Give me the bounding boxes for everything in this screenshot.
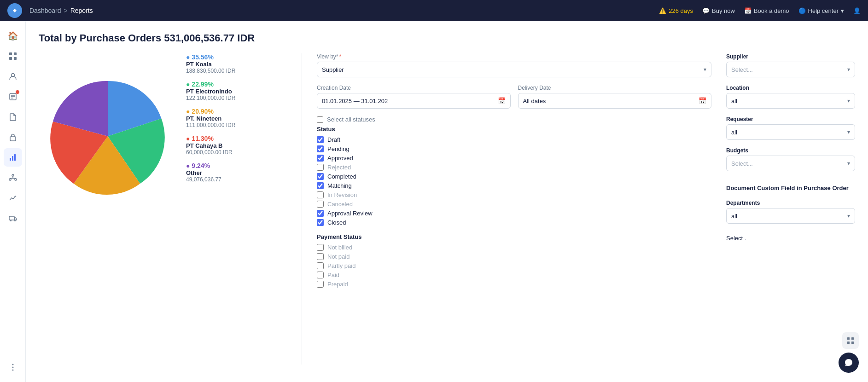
budgets-select[interactable]: Select... ▾ bbox=[726, 156, 855, 171]
departments-select[interactable]: all ▾ bbox=[726, 208, 855, 224]
budgets-label: Budgets bbox=[726, 147, 855, 154]
budgets-group: Budgets Select... ▾ bbox=[726, 147, 855, 171]
page-title: Total by Purchase Orders 531,006,536.77 … bbox=[39, 32, 855, 44]
legend-value-2: 122,100,000.00 IDR bbox=[186, 95, 287, 101]
status-draft-label: Draft bbox=[327, 136, 340, 143]
chat-button[interactable] bbox=[839, 353, 859, 373]
payment-paid: Paid bbox=[317, 272, 711, 278]
svg-rect-10 bbox=[14, 154, 16, 161]
supplier-label: Supplier bbox=[726, 53, 855, 60]
status-closed-checkbox[interactable] bbox=[317, 219, 324, 226]
sidebar-item-organization[interactable] bbox=[4, 168, 22, 187]
custom-field-heading: Document Custom Field in Purchase Order bbox=[726, 184, 855, 192]
legend-name-4: PT Cahaya B bbox=[186, 142, 287, 149]
select-all-checkbox[interactable] bbox=[317, 116, 323, 123]
svg-rect-1 bbox=[9, 52, 12, 55]
delivery-date-placeholder: All dates bbox=[523, 98, 546, 104]
status-approval-review-checkbox[interactable] bbox=[317, 210, 324, 217]
status-canceled-label: Canceled bbox=[327, 201, 353, 208]
sidebar-item-grid[interactable] bbox=[4, 47, 22, 65]
view-by-select[interactable]: Supplier ▾ bbox=[317, 62, 711, 77]
svg-rect-3 bbox=[9, 57, 12, 60]
legend-item: ● 35.56% PT Koala 188,830,500.00 IDR bbox=[186, 53, 287, 74]
payment-not-billed-checkbox[interactable] bbox=[317, 244, 324, 251]
status-closed: Closed bbox=[317, 219, 711, 226]
payment-not-paid-checkbox[interactable] bbox=[317, 253, 324, 260]
status-closed-label: Closed bbox=[327, 219, 346, 226]
payment-prepaid-checkbox[interactable] bbox=[317, 281, 324, 288]
legend-pct-1: ● 35.56% bbox=[186, 53, 287, 61]
status-approved-checkbox[interactable] bbox=[317, 155, 324, 162]
sidebar-item-delivery[interactable] bbox=[4, 209, 22, 227]
book-demo-link[interactable]: 📅 Book a demo bbox=[744, 7, 789, 14]
status-rejected: Rejected bbox=[317, 164, 711, 171]
creation-date-input[interactable]: 01.01.2025 — 31.01.202 📅 bbox=[317, 93, 511, 109]
creation-date-group: Creation Date 01.01.2025 — 31.01.202 📅 bbox=[317, 85, 511, 109]
status-completed-checkbox[interactable] bbox=[317, 173, 324, 180]
status-matching-label: Matching bbox=[327, 182, 352, 189]
supplier-group: Supplier Select... ▾ bbox=[726, 53, 855, 77]
calendar-icon: 📅 bbox=[699, 97, 706, 104]
status-rejected-checkbox[interactable] bbox=[317, 164, 324, 171]
requester-select[interactable]: all ▾ bbox=[726, 124, 855, 140]
chevron-down-icon: ▾ bbox=[841, 7, 844, 14]
sidebar-item-analytics[interactable] bbox=[4, 189, 22, 207]
status-in-revision-checkbox[interactable] bbox=[317, 191, 324, 198]
user-icon[interactable]: 👤 bbox=[853, 7, 861, 14]
buy-now-link[interactable]: 💬 Buy now bbox=[702, 7, 735, 14]
payment-prepaid: Prepaid bbox=[317, 281, 711, 288]
status-pending-checkbox[interactable] bbox=[317, 145, 324, 152]
sidebar-item-documents[interactable] bbox=[4, 108, 22, 126]
svg-rect-14 bbox=[9, 216, 14, 220]
help-center-link[interactable]: 🔵 Help center ▾ bbox=[798, 7, 844, 14]
legend-name-2: PT Electronindo bbox=[186, 88, 287, 95]
legend-item: ● 9.24% Other 49,076,036.77 bbox=[186, 162, 287, 183]
status-canceled-checkbox[interactable] bbox=[317, 201, 324, 208]
status-matching: Matching bbox=[317, 182, 711, 189]
sidebar: 🏠 bbox=[0, 21, 26, 382]
sidebar-item-security[interactable] bbox=[4, 128, 22, 146]
warning-badge[interactable]: ⚠️ 226 days bbox=[659, 7, 693, 14]
status-section: Select all statuses Status Draft Pending… bbox=[317, 116, 711, 226]
payment-paid-checkbox[interactable] bbox=[317, 272, 324, 278]
status-approved-label: Approved bbox=[327, 155, 353, 162]
svg-rect-2 bbox=[14, 52, 17, 55]
legend-pct-5: ● 9.24% bbox=[186, 162, 287, 169]
chevron-down-icon: ▾ bbox=[847, 213, 850, 219]
status-draft: Draft bbox=[317, 136, 711, 143]
svg-rect-20 bbox=[847, 337, 850, 340]
payment-not-billed-label: Not billed bbox=[327, 244, 352, 251]
payment-partly-paid-checkbox[interactable] bbox=[317, 262, 324, 269]
legend-item: ● 11.30% PT Cahaya B 60,000,000.00 IDR bbox=[186, 135, 287, 156]
payment-not-billed: Not billed bbox=[317, 244, 711, 251]
chevron-down-icon: ▾ bbox=[847, 129, 850, 135]
delivery-date-input[interactable]: All dates 📅 bbox=[518, 93, 712, 109]
grid-button[interactable] bbox=[842, 332, 859, 349]
view-by-value: Supplier bbox=[322, 66, 344, 73]
badge-dot bbox=[16, 90, 19, 94]
supplier-select[interactable]: Select... ▾ bbox=[726, 62, 855, 77]
legend-area: ● 35.56% PT Koala 188,830,500.00 IDR ● 2… bbox=[186, 53, 289, 237]
location-select[interactable]: all ▾ bbox=[726, 93, 855, 109]
select-all-label: Select all statuses bbox=[327, 116, 375, 123]
breadcrumb-home[interactable]: Dashboard bbox=[29, 7, 61, 14]
status-draft-checkbox[interactable] bbox=[317, 136, 324, 143]
svg-point-16 bbox=[14, 220, 16, 221]
calendar-icon: 📅 bbox=[498, 97, 506, 104]
right-panel: Supplier Select... ▾ Location all ▾ Requ… bbox=[726, 53, 855, 365]
chart-divider bbox=[302, 53, 302, 365]
sidebar-item-orders[interactable] bbox=[4, 87, 22, 106]
status-approval-review: Approval Review bbox=[317, 210, 711, 217]
status-matching-checkbox[interactable] bbox=[317, 182, 324, 189]
view-by-group: View by* Supplier ▾ bbox=[317, 53, 711, 77]
sidebar-item-more[interactable] bbox=[4, 358, 22, 376]
sidebar-item-home[interactable]: 🏠 bbox=[4, 27, 22, 45]
location-label: Location bbox=[726, 85, 855, 91]
app-logo bbox=[7, 3, 22, 18]
sidebar-item-reports[interactable] bbox=[4, 148, 22, 167]
legend-pct-2: ● 22.99% bbox=[186, 81, 287, 88]
sidebar-item-contacts[interactable] bbox=[4, 67, 22, 86]
chevron-down-icon: ▾ bbox=[704, 66, 706, 73]
pie-chart bbox=[39, 53, 177, 219]
svg-point-13 bbox=[15, 179, 17, 180]
